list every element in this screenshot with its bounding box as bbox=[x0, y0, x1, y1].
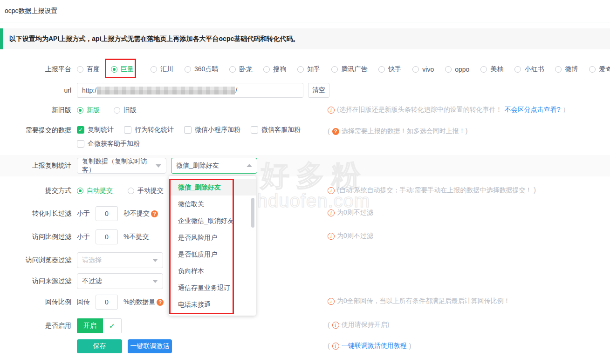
field-label-enabled: 是否启用 bbox=[0, 322, 71, 330]
platform-option-360[interactable]: 360点睛 bbox=[185, 65, 218, 74]
version-help-link[interactable]: 不会区分点击查看? bbox=[505, 106, 561, 114]
submit-mode-manual[interactable]: 手动提交 bbox=[128, 187, 164, 195]
platform-option-kuaishou[interactable]: 快手 bbox=[378, 65, 401, 74]
dropdown-item[interactable]: 通信存量业务退订 bbox=[169, 279, 256, 296]
row-callback-ratio: 回传比例 回传 0 %的数据量 ? bbox=[0, 294, 610, 310]
chevron-down-icon bbox=[152, 280, 158, 283]
hint-open-paren: ( bbox=[328, 342, 330, 350]
duration-suffix: 秒不提交 bbox=[123, 209, 150, 218]
clear-url-button[interactable]: 清空 bbox=[308, 83, 329, 98]
platform-option-weibo[interactable]: 微博 bbox=[555, 65, 578, 74]
radio-icon bbox=[77, 66, 83, 73]
chevron-down-icon bbox=[152, 259, 158, 262]
one-key-activate-button[interactable]: 一键联调激活 bbox=[128, 339, 172, 353]
platform-option-zhihu[interactable]: 知乎 bbox=[297, 65, 320, 74]
hint-submit-mode-text: (自动:系统自动提交；手动:需要手动在上报的数据中选择数据提交！ ) bbox=[337, 186, 536, 195]
callback-ratio-input[interactable]: 0 bbox=[96, 295, 118, 310]
checkbox-wechat-miniprogram[interactable]: 微信小程序加粉 bbox=[184, 126, 240, 134]
hint-close-paren: ) bbox=[409, 342, 411, 350]
enable-toggle[interactable]: 开启 ✓ bbox=[77, 318, 122, 333]
field-label-platform: 上报平台 bbox=[0, 65, 71, 74]
info-icon: i bbox=[328, 233, 335, 240]
hint-visit-ratio: i 为0则不过滤 bbox=[328, 232, 373, 240]
hint-enabled-text: 使用请保持开启) bbox=[342, 321, 390, 329]
platform-option-sougou[interactable]: 搜狗 bbox=[263, 65, 286, 74]
platform-option-aiqiyi[interactable]: 爱奇艺 bbox=[589, 65, 610, 74]
hint-actions: ( i 一键联调激活使用教程 ) bbox=[328, 342, 411, 350]
version-option-new[interactable]: 新版 bbox=[77, 106, 100, 115]
enable-on-button[interactable]: 开启 bbox=[77, 318, 103, 333]
duration-input[interactable]: 0 bbox=[96, 206, 118, 221]
platform-option-huichuan[interactable]: 汇川 bbox=[151, 65, 173, 74]
duration-prefix: 小于 bbox=[77, 209, 90, 218]
field-label-submit-mode: 提交方式 bbox=[0, 187, 71, 195]
source-filter-select[interactable]: 不过滤 bbox=[77, 273, 163, 289]
platform-option-vivo[interactable]: vivo bbox=[412, 66, 434, 73]
row-copy-stat: 上报复制统计 复制数据（复制实时访客） 微信_删除好友 bbox=[0, 155, 610, 176]
platform-option-baidu[interactable]: 百度 bbox=[77, 65, 100, 74]
url-input[interactable]: http:// bbox=[77, 83, 303, 98]
radio-checked-icon bbox=[77, 188, 83, 194]
radio-icon bbox=[555, 66, 562, 73]
radio-icon bbox=[151, 66, 157, 73]
radio-icon bbox=[185, 66, 191, 73]
dropdown-scrollbar[interactable] bbox=[251, 198, 254, 228]
platform-option-meiyou[interactable]: 美柚 bbox=[480, 65, 503, 74]
platform-option-xiaohongshu[interactable]: 小红书 bbox=[514, 65, 544, 74]
check-icon[interactable]: ✓ bbox=[103, 318, 122, 333]
submit-mode-auto[interactable]: 自动提交 bbox=[77, 187, 113, 195]
checkbox-wechat-service[interactable]: 微信客服加粉 bbox=[251, 126, 301, 134]
radio-icon bbox=[331, 66, 338, 73]
chevron-down-icon bbox=[156, 164, 161, 168]
radio-icon bbox=[589, 66, 596, 73]
visit-ratio-prefix: 小于 bbox=[77, 233, 90, 241]
save-button[interactable]: 保存 bbox=[77, 339, 122, 353]
checkbox-icon bbox=[77, 140, 84, 148]
field-label-visit-ratio: 访问比例过滤 bbox=[0, 233, 71, 241]
dropdown-item[interactable]: 是否风险用户 bbox=[169, 229, 256, 246]
row-duration-filter: 转化时长过滤 小于 0 秒不提交 ? bbox=[0, 206, 610, 222]
hint-open-paren: ( bbox=[328, 321, 330, 329]
checkbox-qiwei-helper[interactable]: 企微获客助手加粉 bbox=[77, 140, 140, 148]
platform-option-wolong[interactable]: 卧龙 bbox=[229, 65, 252, 74]
banner-text: 以下设置均为API上报方式，api上报方式无需在落地页上再添加各大平台ocpc基… bbox=[9, 35, 299, 43]
row-submit-data: 需要提交的数据 ✓复制统计 行为转化统计 微信小程序加粉 微信客服加粉 企微获客… bbox=[0, 124, 610, 151]
field-label-submit-data: 需要提交的数据 bbox=[0, 124, 71, 135]
version-option-old[interactable]: 旧版 bbox=[114, 106, 137, 115]
question-icon: ? bbox=[332, 128, 339, 135]
event-select[interactable]: 微信_删除好友 bbox=[171, 158, 257, 174]
platform-option-juliang[interactable]: 巨量 bbox=[111, 65, 134, 74]
info-icon: i bbox=[328, 107, 335, 114]
question-icon[interactable]: ? bbox=[151, 210, 158, 217]
visit-ratio-input[interactable]: 0 bbox=[96, 229, 118, 244]
platform-option-oppo[interactable]: oppo bbox=[445, 66, 469, 73]
hint-callback-text: 为0全部回传，当以上所有条件都满足后最后计算回传比例！ bbox=[337, 297, 510, 305]
dropdown-item[interactable]: 微信取关 bbox=[169, 195, 256, 212]
browser-filter-select[interactable]: 请选择 bbox=[77, 252, 163, 268]
hint-duration-text: 为0则不过滤 bbox=[337, 209, 373, 217]
visit-ratio-suffix: %不提交 bbox=[123, 233, 149, 241]
dropdown-item-selected[interactable]: 微信_删除好友 bbox=[169, 179, 256, 195]
radio-icon bbox=[514, 66, 521, 73]
hint-submit-data: ( ? 选择需要上报的数据！如多选会同时上报！) bbox=[328, 127, 467, 135]
dropdown-item[interactable]: 电话未接通 bbox=[169, 296, 256, 313]
hint-version: i (选择在旧版还是新版头条转化追踪中的设置的转化事件！不会区分点击查看?） bbox=[328, 106, 569, 114]
radio-icon bbox=[128, 188, 134, 194]
info-icon: i bbox=[328, 187, 335, 194]
url-value-start: http:/ bbox=[82, 87, 96, 94]
info-icon: i bbox=[328, 209, 335, 216]
activate-tutorial-link[interactable]: 一键联调激活使用教程 bbox=[342, 342, 407, 350]
radio-icon bbox=[114, 107, 120, 114]
copy-data-select-value: 复制数据（复制实时访客） bbox=[82, 157, 154, 174]
checkbox-copy-stat[interactable]: ✓复制统计 bbox=[77, 126, 114, 134]
dropdown-item[interactable]: 负向样本 bbox=[169, 263, 256, 279]
platform-option-tencent[interactable]: 腾讯广告 bbox=[331, 65, 367, 74]
checkbox-behavior-conv[interactable]: 行为转化统计 bbox=[124, 126, 174, 134]
copy-data-select[interactable]: 复制数据（复制实时访客） bbox=[77, 158, 166, 174]
field-label-url: url bbox=[0, 87, 71, 94]
radio-icon bbox=[229, 66, 236, 73]
dropdown-item[interactable]: 是否低质用户 bbox=[169, 246, 256, 263]
hint-version-tail: ） bbox=[562, 106, 569, 114]
question-icon[interactable]: ? bbox=[157, 299, 164, 306]
dropdown-item[interactable]: 企业微信_取消好友 bbox=[169, 212, 256, 229]
